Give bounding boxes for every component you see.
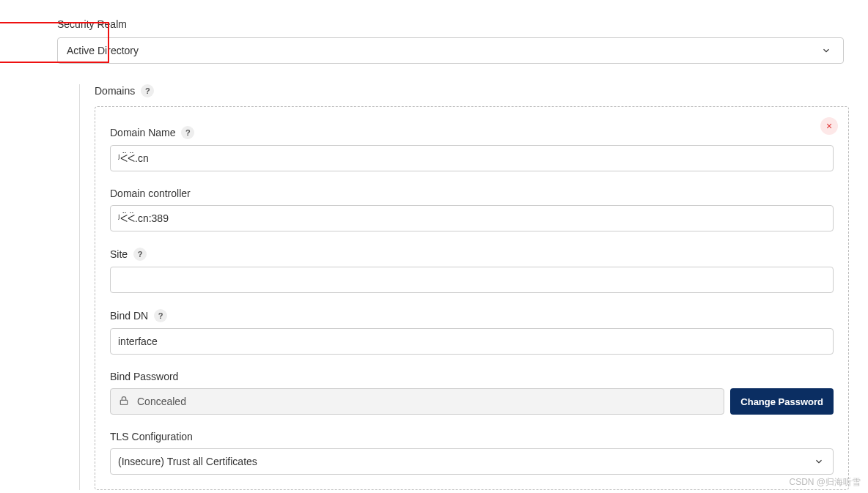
chevron-down-icon (814, 456, 824, 467)
bind-password-label: Bind Password (110, 371, 178, 382)
chevron-down-icon (821, 45, 831, 56)
domain-controller-label: Domain controller (110, 188, 191, 199)
svg-rect-0 (120, 400, 127, 404)
change-password-button[interactable]: Change Password (730, 388, 834, 415)
site-label: Site (110, 248, 128, 260)
close-icon: × (826, 120, 832, 132)
bind-dn-label: Bind DN (110, 310, 148, 322)
domain-group: × Domain Name ? Domain controller Site ? (95, 106, 849, 490)
help-icon[interactable]: ? (133, 248, 147, 261)
help-icon[interactable]: ? (181, 126, 194, 139)
domains-heading: Domains (95, 85, 135, 97)
domain-name-label: Domain Name (110, 127, 175, 138)
security-realm-label: Security Realm (57, 18, 853, 30)
tls-config-value: (Insecure) Trust all Certificates (118, 456, 257, 467)
tls-config-label: TLS Configuration (110, 431, 193, 442)
security-realm-select[interactable]: Active Directory (57, 37, 844, 64)
site-input[interactable] (110, 267, 834, 293)
bind-password-value: Concealed (137, 396, 186, 407)
bind-dn-input[interactable] (110, 328, 834, 355)
domain-controller-input[interactable] (110, 205, 834, 231)
help-icon[interactable]: ? (154, 309, 167, 322)
security-realm-value: Active Directory (67, 45, 139, 56)
help-icon[interactable]: ? (141, 84, 154, 97)
tls-config-select[interactable]: (Insecure) Trust all Certificates (110, 448, 834, 475)
remove-domain-button[interactable]: × (820, 117, 838, 135)
bind-password-display: Concealed (110, 388, 724, 415)
lock-icon (118, 395, 130, 409)
domain-name-input[interactable] (110, 145, 834, 171)
